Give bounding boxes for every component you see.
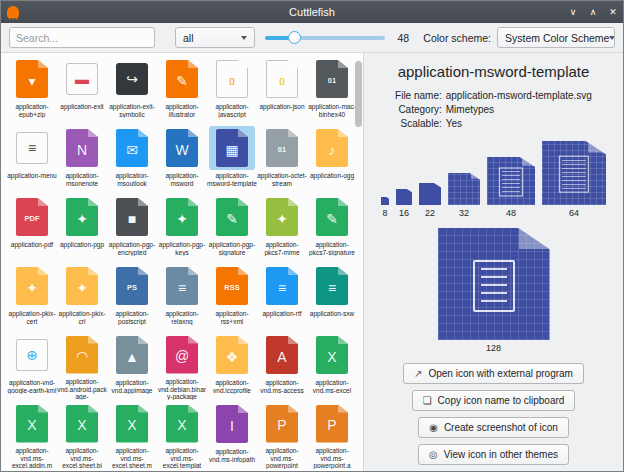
search-input[interactable] bbox=[9, 27, 155, 48]
icon-grid-item[interactable]: Wapplication-msword bbox=[157, 124, 207, 193]
slider-handle[interactable] bbox=[288, 31, 301, 44]
size-preview-32[interactable]: 32 bbox=[448, 173, 480, 218]
icon-grid-item[interactable]: Xapplication-vnd.ms-excel.sheet.m bbox=[107, 400, 157, 469]
titlebar[interactable]: Cuttlefish ∨ ∧ ✕ bbox=[1, 1, 623, 23]
application-pgp-keys-icon: ✦ bbox=[159, 195, 205, 239]
application-pgp-encrypted-icon: ■ bbox=[109, 195, 155, 239]
preview-icon bbox=[381, 197, 389, 205]
icon-grid-item[interactable]: ✎application-pgp-signature bbox=[207, 193, 257, 262]
icon-grid-item[interactable]: Xapplication-vnd.ms-excel.templat bbox=[157, 400, 207, 469]
icon-label: application-illustrator bbox=[157, 103, 207, 118]
category-select[interactable]: all bbox=[175, 27, 255, 48]
icon-grid-item[interactable]: Iapplication-vnd.ms-infopath bbox=[207, 400, 257, 469]
view-themes-button[interactable]: ◎View icon in other themes bbox=[418, 444, 569, 465]
color-scheme-select[interactable]: System Color Scheme bbox=[497, 27, 615, 48]
icon-grid-item[interactable]: ⊕application-vnd-google-earth-kml bbox=[7, 331, 57, 400]
icon-grid-item[interactable]: ▬application-exit bbox=[57, 55, 107, 124]
icon-grid-item[interactable]: ▦application-msword-template bbox=[207, 124, 257, 193]
icon-grid-item[interactable]: ▾application-epub+zip bbox=[7, 55, 57, 124]
preview-icon bbox=[419, 183, 441, 205]
icon-grid-item[interactable]: ↪application-exit-symbolic bbox=[107, 55, 157, 124]
icon-grid-item[interactable]: ✦application-pkcs7-mime bbox=[257, 193, 307, 262]
application-vnd.ms-powerpoint.a-icon: P bbox=[309, 402, 355, 445]
icon-grid-item[interactable]: {}application-json bbox=[257, 55, 307, 124]
application-vnd.debian.binary-package-icon: @ bbox=[159, 333, 205, 376]
size-label: 22 bbox=[425, 208, 435, 218]
icon-label: application-vnd.android.package- bbox=[57, 378, 107, 400]
button-label: Create screenshot of icon bbox=[444, 422, 558, 433]
preview-icon bbox=[396, 189, 412, 205]
icon-label: application-vnd.ms-excel.sheet.bi bbox=[57, 447, 107, 469]
icon-label: application-vnd.ms-excel.sheet.m bbox=[107, 447, 157, 469]
icon-label: application-pkix-cert bbox=[7, 310, 57, 325]
icon-grid-item[interactable]: ▲application-vnd.appimage bbox=[107, 331, 157, 400]
close-icon[interactable]: ✕ bbox=[603, 1, 623, 23]
icon-grid-item[interactable]: RSSapplication-rss+xml bbox=[207, 262, 257, 331]
icon-size-slider[interactable] bbox=[265, 28, 385, 48]
icon-grid-item[interactable]: Napplication-msonenote bbox=[57, 124, 107, 193]
icon-grid-item[interactable]: ❖application-vnd.iccprofile bbox=[207, 331, 257, 400]
icon-label: application-octet-stream bbox=[257, 172, 307, 187]
icon-grid-item[interactable]: ✉application-msoutlook bbox=[107, 124, 157, 193]
icon-detail-panel: application-msword-template File name: a… bbox=[363, 53, 623, 471]
icon-grid-item[interactable]: ≡application-menu bbox=[7, 124, 57, 193]
size-preview-16[interactable]: 16 bbox=[396, 189, 412, 218]
minimize-icon[interactable]: ∨ bbox=[563, 1, 583, 23]
icon-grid-item[interactable]: Xapplication-vnd.ms-excel bbox=[307, 331, 357, 400]
maximize-icon[interactable]: ∧ bbox=[583, 1, 603, 23]
icon-label: application-menu bbox=[7, 172, 57, 180]
icon-grid-item[interactable]: ✎application-pkcs7-signature bbox=[307, 193, 357, 262]
icon-label: application-vnd.ms-infopath bbox=[207, 448, 257, 463]
size-label: 32 bbox=[459, 208, 469, 218]
icon-grid-item[interactable]: ✦application-pgp-keys bbox=[157, 193, 207, 262]
icon-grid-item[interactable]: ♪application-ogg bbox=[307, 124, 357, 193]
size-label: 16 bbox=[399, 208, 409, 218]
size-preview-22[interactable]: 22 bbox=[419, 183, 441, 218]
icon-grid-item[interactable]: @application-vnd.debian.binary-package bbox=[157, 331, 207, 400]
icon-label: application-pkcs7-mime bbox=[257, 241, 307, 256]
icon-grid-item[interactable]: ≡application-sxw bbox=[307, 262, 357, 331]
icon-grid-item[interactable]: Aapplication-vnd.ms-access bbox=[257, 331, 307, 400]
application-vnd.ms-access-icon: A bbox=[259, 333, 305, 377]
icon-label: application-exit bbox=[57, 103, 107, 111]
icon-grid-item[interactable]: PDFapplication-pdf bbox=[7, 193, 57, 262]
open-external-button[interactable]: ↗Open icon with external program bbox=[403, 363, 584, 384]
icon-grid-item[interactable]: 01application-octet-stream bbox=[257, 124, 307, 193]
icon-grid-item[interactable]: 01application-mac-binhex40 bbox=[307, 55, 357, 124]
application-vnd.ms-excel.addin.m-icon: X bbox=[9, 402, 55, 445]
icon-grid-item[interactable]: Papplication-vnd.ms-powerpoint.a bbox=[307, 400, 357, 469]
icon-grid-item[interactable]: ✦application-pkix-cert bbox=[7, 262, 57, 331]
size-preview-64[interactable]: 64 bbox=[542, 141, 606, 218]
icon-grid-item[interactable]: {}application-javascript bbox=[207, 55, 257, 124]
copy-name-button[interactable]: ❏Copy icon name to clipboard bbox=[412, 390, 576, 411]
application-exit-symbolic-icon: ↪ bbox=[109, 57, 155, 101]
icon-grid-item[interactable]: ✦application-pkix-crl bbox=[57, 262, 107, 331]
icon-grid-item[interactable]: ◠application-vnd.android.package- bbox=[57, 331, 107, 400]
icon-grid-item[interactable]: ≡application-rtf bbox=[257, 262, 307, 331]
preview-icon bbox=[487, 157, 535, 205]
screenshot-button[interactable]: ◉Create screenshot of icon bbox=[418, 417, 569, 438]
icon-label: application-vnd.ms-access bbox=[257, 379, 307, 394]
scalable-value: Yes bbox=[446, 118, 592, 129]
icon-grid-item[interactable]: ■application-pgp-encrypted bbox=[107, 193, 157, 262]
window-title: Cuttlefish bbox=[289, 6, 335, 18]
themes-icon: ◎ bbox=[429, 450, 438, 460]
application-menu-icon: ≡ bbox=[9, 126, 55, 170]
scrollbar-thumb[interactable] bbox=[355, 61, 362, 127]
camera-icon: ◉ bbox=[429, 423, 438, 433]
large-icon-preview[interactable] bbox=[438, 228, 550, 340]
icon-label: application-pkix-crl bbox=[57, 310, 107, 325]
size-preview-8[interactable]: 8 bbox=[381, 197, 389, 218]
icon-grid-item[interactable]: ✎application-illustrator bbox=[157, 55, 207, 124]
icon-grid-item[interactable]: ✦application-pgp bbox=[57, 193, 107, 262]
scalable-label: Scalable: bbox=[395, 118, 442, 129]
icon-label: application-sxw bbox=[307, 310, 357, 318]
size-preview-48[interactable]: 48 bbox=[487, 157, 535, 218]
icon-grid-item[interactable]: PSapplication-postscript bbox=[107, 262, 157, 331]
icon-size-value: 48 bbox=[395, 32, 411, 44]
icon-grid-item[interactable]: Xapplication-vnd.ms-excel.sheet.bi bbox=[57, 400, 107, 469]
application-msword-icon: W bbox=[159, 126, 205, 170]
icon-grid-item[interactable]: Xapplication-vnd.ms-excel.addin.m bbox=[7, 400, 57, 469]
icon-grid-item[interactable]: Papplication-vnd.ms-powerpoint bbox=[257, 400, 307, 469]
icon-grid-item[interactable]: ≡application-relaxng bbox=[157, 262, 207, 331]
